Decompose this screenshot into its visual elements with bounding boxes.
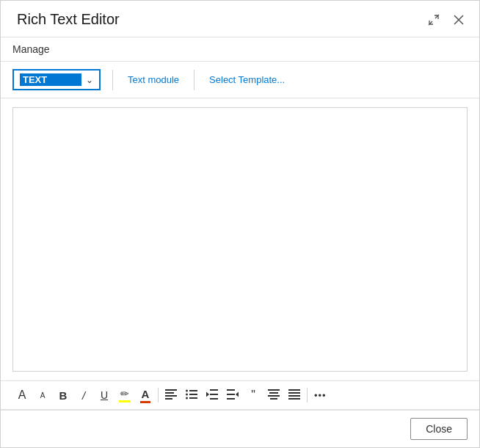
svg-point-8	[186, 397, 188, 399]
font-size-button[interactable]: A	[12, 386, 32, 405]
outdent-button[interactable]	[203, 386, 222, 405]
svg-rect-25	[288, 398, 300, 400]
more-options-button[interactable]: •••	[310, 386, 330, 405]
underline-icon: U	[101, 389, 108, 401]
editor-area[interactable]	[12, 107, 468, 372]
fmt-separator-2	[307, 388, 308, 402]
svg-rect-14	[227, 389, 235, 391]
svg-rect-3	[165, 398, 172, 400]
svg-rect-11	[210, 394, 218, 395]
svg-rect-1	[165, 392, 174, 394]
chevron-down-icon: ⌄	[86, 75, 93, 85]
svg-rect-20	[268, 395, 280, 397]
text-module-button[interactable]: Text module	[125, 74, 182, 85]
justify-icon	[288, 389, 300, 402]
svg-rect-10	[210, 389, 218, 391]
highlight-button[interactable]: ✏	[115, 386, 134, 405]
align-center-button[interactable]	[264, 386, 283, 405]
svg-rect-18	[268, 389, 280, 391]
svg-rect-9	[189, 397, 197, 399]
font-size-icon: A	[18, 389, 26, 402]
quote-button[interactable]: "	[244, 386, 263, 405]
formatting-toolbar: A A B / U ✏ A	[1, 380, 479, 410]
indent-icon	[227, 389, 239, 402]
svg-point-4	[186, 389, 188, 391]
controls-row: TEXT ⌄ Text module Select Template...	[1, 62, 479, 98]
font-color-button[interactable]: A	[136, 386, 155, 405]
svg-rect-5	[189, 390, 197, 391]
font-color-icon: A	[140, 388, 150, 403]
svg-rect-24	[288, 395, 300, 397]
highlight-icon: ✏	[119, 388, 131, 402]
dropdown-value: TEXT	[20, 73, 81, 86]
align-left-icon	[165, 389, 177, 402]
dialog-footer: Close	[1, 410, 479, 447]
svg-marker-13	[206, 391, 209, 397]
svg-rect-21	[270, 398, 277, 400]
header-icons	[425, 12, 468, 27]
editor-textarea[interactable]	[13, 108, 467, 314]
font-size-up-button[interactable]: A	[33, 386, 52, 405]
font-size-up-icon: A	[40, 391, 46, 400]
select-template-button[interactable]: Select Template...	[206, 74, 288, 85]
svg-rect-0	[165, 389, 177, 391]
expand-button[interactable]	[425, 12, 443, 27]
bold-button[interactable]: B	[54, 386, 73, 405]
indent-button[interactable]	[223, 386, 242, 405]
rich-text-editor-dialog: Rich Text Editor Manage TEXT ⌄ Text modu…	[0, 0, 480, 448]
expand-icon	[428, 14, 440, 26]
bold-icon: B	[59, 389, 68, 402]
italic-icon: /	[82, 389, 85, 402]
align-left-button[interactable]	[161, 386, 181, 405]
close-dialog-button[interactable]: Close	[410, 418, 468, 440]
svg-marker-17	[236, 391, 239, 397]
controls-divider-1	[112, 70, 113, 90]
list-icon	[186, 389, 197, 402]
outdent-icon	[206, 389, 218, 402]
quote-icon: "	[251, 389, 255, 402]
close-icon	[453, 14, 465, 26]
text-type-dropdown[interactable]: TEXT ⌄	[12, 69, 101, 90]
fmt-separator-1	[158, 388, 159, 402]
svg-rect-12	[210, 398, 218, 400]
more-options-icon: •••	[314, 390, 327, 401]
svg-rect-7	[189, 394, 197, 395]
svg-rect-15	[227, 394, 235, 395]
dialog-header: Rich Text Editor	[1, 1, 479, 37]
svg-rect-2	[165, 395, 177, 397]
align-center-icon	[268, 389, 280, 402]
svg-rect-19	[269, 392, 278, 394]
manage-label: Manage	[12, 43, 50, 55]
list-button[interactable]	[182, 386, 201, 405]
controls-divider-2	[194, 70, 194, 90]
svg-rect-16	[227, 398, 235, 400]
close-button[interactable]	[450, 12, 468, 27]
svg-point-6	[186, 393, 188, 395]
underline-button[interactable]: U	[95, 386, 114, 405]
justify-button[interactable]	[285, 386, 304, 405]
svg-rect-22	[288, 389, 300, 391]
manage-toolbar: Manage	[1, 37, 479, 62]
italic-button[interactable]: /	[74, 386, 93, 405]
svg-rect-23	[288, 392, 300, 394]
dialog-title: Rich Text Editor	[17, 11, 120, 28]
